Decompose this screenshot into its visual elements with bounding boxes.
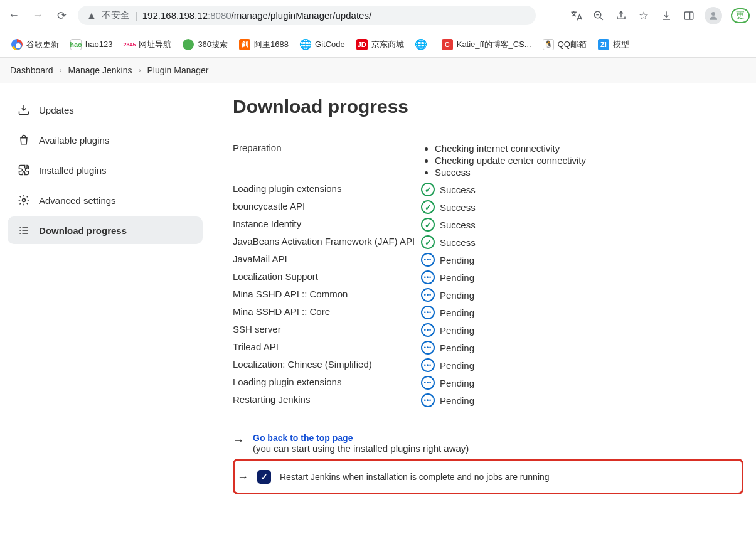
status-cell: •••Pending <box>421 392 743 409</box>
bookmark-item[interactable]: 釗阿里1688 <box>239 39 289 50</box>
plugin-name: JavaMail API <box>233 251 421 267</box>
go-back-link[interactable]: Go back to the top page <box>253 433 353 443</box>
not-secure-label: 不安全 <box>102 9 130 21</box>
bookmark-item[interactable]: 🌐GitCode <box>300 39 345 50</box>
sidebar: Updates Available plugins Installed plug… <box>0 96 210 520</box>
breadcrumb-dashboard[interactable]: Dashboard <box>10 65 53 75</box>
check-icon: ✓ <box>421 235 435 249</box>
plugin-name: SSH server <box>233 321 421 337</box>
bookmark-item[interactable]: ZI模型 <box>598 39 629 50</box>
bookmarks-bar: 谷歌更新 haohao123 2345网址导航 360搜索 釗阿里1688 🌐G… <box>0 31 756 58</box>
warning-icon: ▲ <box>87 10 97 21</box>
status-text: Success <box>440 237 476 248</box>
plugin-name: bouncycastle API <box>233 198 421 214</box>
download-box-icon <box>18 104 30 116</box>
1688-icon: 釗 <box>239 39 250 50</box>
back-button[interactable]: ← <box>6 8 21 23</box>
share-icon[interactable] <box>614 9 628 23</box>
globe-icon: 🌐 <box>415 39 427 50</box>
csdn-icon: C <box>442 39 453 50</box>
list-item: Success <box>435 166 743 178</box>
zoom-icon[interactable] <box>592 9 605 23</box>
url-host: 192.168.198.12 <box>142 10 208 21</box>
breadcrumb-plugin-manager[interactable]: Plugin Manager <box>147 65 208 75</box>
qq-icon: 🐧 <box>543 39 554 50</box>
sidebar-item-installed[interactable]: Installed plugins <box>8 156 203 184</box>
url-port: :8080 <box>208 10 232 21</box>
bookmark-item[interactable]: 谷歌更新 <box>11 39 59 50</box>
forward-button[interactable]: → <box>30 8 45 23</box>
plugin-name: Loading plugin extensions <box>233 374 421 390</box>
bookmark-item[interactable]: 🌐 <box>415 39 430 50</box>
status-cell: ✓Success <box>421 181 743 198</box>
status-text: Success <box>440 202 476 213</box>
list-item: Checking update center connectivity <box>435 154 743 166</box>
globe-icon: 🌐 <box>300 39 311 50</box>
bookmark-item[interactable]: 🐧QQ邮箱 <box>543 39 587 50</box>
bag-icon <box>18 134 30 146</box>
status-text: Pending <box>440 395 474 406</box>
plugin-name: Mina SSHD API :: Common <box>233 286 421 302</box>
sidebar-item-download-progress[interactable]: Download progress <box>8 216 203 244</box>
status-cell: •••Pending <box>421 356 743 374</box>
pending-icon: ••• <box>421 253 435 267</box>
list-item: Checking internet connectivity <box>435 142 743 154</box>
sidebar-item-available[interactable]: Available plugins <box>8 126 203 154</box>
bookmark-item[interactable]: CKatie_ff的博客_CS... <box>442 39 531 50</box>
sidebar-item-advanced[interactable]: Advanced settings <box>8 186 203 214</box>
reload-button[interactable]: ⟳ <box>54 8 69 23</box>
actions: → Go back to the top page (you can start… <box>233 428 743 494</box>
extension-pill[interactable]: 更 <box>731 8 750 23</box>
svg-point-3 <box>23 199 26 202</box>
status-cell: ✓Success <box>421 216 743 233</box>
pending-icon: ••• <box>421 376 435 390</box>
profile-avatar[interactable] <box>705 7 722 24</box>
restart-label: Restart Jenkins when installation is com… <box>280 472 550 482</box>
status-cell: •••Pending <box>421 304 743 321</box>
translate-icon[interactable] <box>569 9 583 23</box>
pending-icon: ••• <box>421 358 435 372</box>
toolbar-icons: ☆ 更 <box>569 7 750 24</box>
check-icon: ✓ <box>421 200 435 214</box>
bookmark-item[interactable]: JD京东商城 <box>356 39 404 50</box>
pending-icon: ••• <box>421 288 435 302</box>
plugin-name: Instance Identity <box>233 216 421 232</box>
status-cell: ✓Success <box>421 233 743 251</box>
pending-icon: ••• <box>421 270 435 284</box>
status-text: Success <box>440 220 476 230</box>
sidepanel-icon[interactable] <box>682 9 696 23</box>
status-cell: •••Pending <box>421 339 743 356</box>
status-cell: •••Pending <box>421 374 743 392</box>
restart-checkbox[interactable]: ✓ <box>257 470 271 484</box>
download-icon[interactable] <box>659 9 673 23</box>
plugin-name: JavaBeans Activation Framework (JAF) API <box>233 233 421 249</box>
status-text: Pending <box>440 325 474 336</box>
plugin-name: Restarting Jenkins <box>233 392 421 407</box>
bookmark-item[interactable]: 360搜索 <box>183 39 228 50</box>
browser-toolbar: ← → ⟳ ▲ 不安全 | 192.168.198.12:8080/manage… <box>0 0 756 31</box>
status-cell: •••Pending <box>421 251 743 269</box>
sidebar-item-updates[interactable]: Updates <box>8 96 203 124</box>
main-content: Download progress Preparation Checking i… <box>210 96 756 520</box>
restart-box: → ✓ Restart Jenkins when installation is… <box>233 459 743 494</box>
status-text: Pending <box>440 360 474 371</box>
status-cell: •••Pending <box>421 286 743 304</box>
preparation-list: Checking internet connectivity Checking … <box>421 142 743 178</box>
status-text: Pending <box>440 272 474 283</box>
chrome-icon <box>11 39 23 50</box>
plugin-name: Localization Support <box>233 269 421 284</box>
jd-icon: JD <box>356 39 368 50</box>
plugin-name: Trilead API <box>233 339 421 355</box>
bookmark-item[interactable]: haohao123 <box>70 39 112 50</box>
bookmark-item[interactable]: 2345网址导航 <box>124 39 171 50</box>
status-text: Pending <box>440 343 474 353</box>
address-bar[interactable]: ▲ 不安全 | 192.168.198.12:8080/manage/plugi… <box>78 6 536 25</box>
check-icon: ✓ <box>421 218 435 232</box>
breadcrumb-manage-jenkins[interactable]: Manage Jenkins <box>68 65 132 75</box>
status-cell: •••Pending <box>421 269 743 286</box>
page-title: Download progress <box>233 96 743 117</box>
bookmark-star-icon[interactable]: ☆ <box>637 9 651 23</box>
status-text: Pending <box>440 290 474 301</box>
svg-rect-1 <box>684 12 693 19</box>
arrow-right-icon: → <box>233 434 244 447</box>
